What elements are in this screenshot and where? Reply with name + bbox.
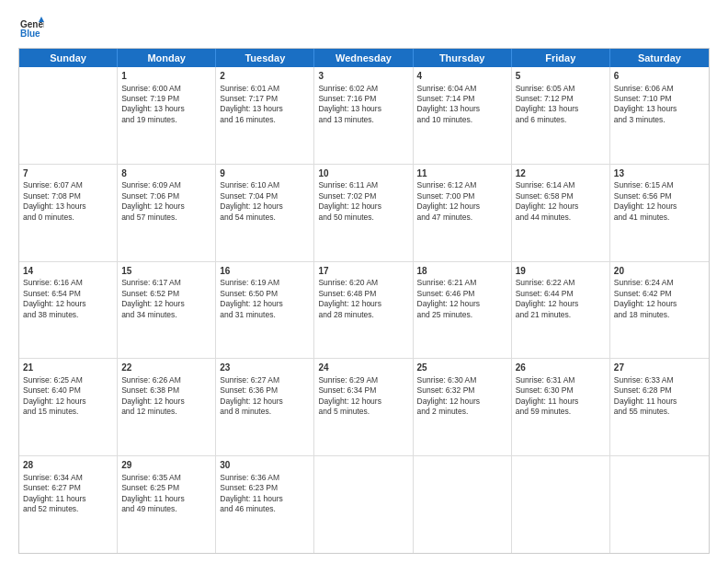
day-info-line: Sunrise: 6:11 AM [318,180,408,190]
day-info-line: Sunrise: 6:19 AM [220,278,310,288]
day-info-line: Sunrise: 6:01 AM [220,84,310,94]
calendar-day-1: 1Sunrise: 6:00 AMSunset: 7:19 PMDaylight… [118,67,216,164]
day-info-line: and 10 minutes. [417,115,507,125]
day-info-line: Sunset: 6:56 PM [614,191,705,201]
day-info-line: and 41 minutes. [614,213,705,223]
calendar-day-13: 13Sunrise: 6:15 AMSunset: 6:56 PMDayligh… [610,165,709,261]
day-number: 21 [23,362,113,374]
calendar-day-9: 9Sunrise: 6:10 AMSunset: 7:04 PMDaylight… [216,165,314,261]
day-info-line: Sunset: 7:12 PM [516,94,606,104]
day-number: 10 [318,167,408,180]
day-info-line: and 28 minutes. [318,310,408,320]
calendar-day-empty [314,456,413,553]
day-info-line: Sunset: 6:36 PM [220,385,310,396]
day-number: 26 [516,362,606,374]
day-info-line: Sunrise: 6:21 AM [417,278,507,288]
day-info-line: and 25 minutes. [417,310,507,320]
header-day-monday: Monday [118,49,216,67]
day-info-line: and 38 minutes. [23,310,113,320]
day-info-line: and 54 minutes. [220,213,310,223]
day-info-line: Daylight: 12 hours [417,299,507,309]
day-info-line: Sunset: 7:08 PM [23,191,113,201]
day-info-line: and 34 minutes. [121,310,211,320]
day-number: 13 [614,167,705,180]
day-number: 27 [614,362,705,374]
day-info-line: Sunset: 7:16 PM [318,94,408,104]
header-day-saturday: Saturday [610,49,709,67]
day-info-line: Sunrise: 6:02 AM [318,84,408,94]
logo: General Blue [18,15,48,40]
day-number: 5 [516,70,606,83]
day-info-line: and 18 minutes. [614,310,705,320]
day-info-line: Daylight: 12 hours [23,299,113,309]
day-info-line: and 21 minutes. [516,310,606,320]
calendar-week-3: 14Sunrise: 6:16 AMSunset: 6:54 PMDayligh… [19,262,709,360]
day-info-line: Sunrise: 6:10 AM [220,180,310,190]
day-number: 24 [318,362,408,374]
header-day-thursday: Thursday [414,49,512,67]
day-info-line: Sunset: 7:14 PM [417,94,507,104]
calendar-day-4: 4Sunrise: 6:04 AMSunset: 7:14 PMDaylight… [414,67,512,164]
calendar-day-16: 16Sunrise: 6:19 AMSunset: 6:50 PMDayligh… [216,262,314,359]
day-info-line: and 8 minutes. [220,407,310,417]
day-info-line: and 55 minutes. [614,407,705,417]
day-info-line: Sunrise: 6:07 AM [23,180,113,190]
calendar-day-15: 15Sunrise: 6:17 AMSunset: 6:52 PMDayligh… [118,262,216,359]
logo-icon: General Blue [18,15,44,40]
day-number: 14 [23,265,113,278]
day-number: 22 [121,362,211,374]
page-header: General Blue [18,15,710,40]
day-info-line: Sunset: 6:25 PM [121,483,211,493]
day-number: 25 [417,362,507,374]
day-info-line: and 5 minutes. [318,407,408,417]
day-number: 12 [516,167,606,180]
day-number: 20 [614,265,705,278]
day-info-line: Sunset: 7:02 PM [318,191,408,201]
calendar-day-3: 3Sunrise: 6:02 AMSunset: 7:16 PMDaylight… [314,67,413,164]
calendar-day-29: 29Sunrise: 6:35 AMSunset: 6:25 PMDayligh… [118,456,216,553]
day-info-line: Daylight: 11 hours [614,396,705,407]
calendar-day-6: 6Sunrise: 6:06 AMSunset: 7:10 PMDaylight… [610,67,709,164]
day-info-line: Daylight: 12 hours [516,201,606,212]
calendar-day-empty [19,67,118,164]
calendar-day-11: 11Sunrise: 6:12 AMSunset: 7:00 PMDayligh… [414,165,512,261]
day-info-line: and 13 minutes. [318,115,408,125]
day-number: 29 [121,459,211,472]
day-number: 8 [121,167,211,180]
calendar-day-24: 24Sunrise: 6:29 AMSunset: 6:34 PMDayligh… [314,359,413,455]
calendar-day-28: 28Sunrise: 6:34 AMSunset: 6:27 PMDayligh… [19,456,118,553]
calendar-week-4: 21Sunrise: 6:25 AMSunset: 6:40 PMDayligh… [19,359,709,456]
day-info-line: and 15 minutes. [23,407,113,417]
calendar-day-23: 23Sunrise: 6:27 AMSunset: 6:36 PMDayligh… [216,359,314,455]
day-info-line: Sunset: 6:23 PM [220,483,310,493]
day-info-line: Daylight: 12 hours [318,396,408,407]
day-info-line: and 12 minutes. [121,407,211,417]
calendar-day-2: 2Sunrise: 6:01 AMSunset: 7:17 PMDaylight… [216,67,314,164]
header-day-friday: Friday [512,49,610,67]
day-info-line: Sunrise: 6:15 AM [614,180,705,190]
day-info-line: Sunset: 6:46 PM [417,289,507,299]
calendar-week-1: 1Sunrise: 6:00 AMSunset: 7:19 PMDaylight… [19,67,709,165]
day-number: 17 [318,265,408,278]
day-info-line: Daylight: 12 hours [614,299,705,309]
day-info-line: Sunrise: 6:06 AM [614,84,705,94]
calendar-day-19: 19Sunrise: 6:22 AMSunset: 6:44 PMDayligh… [512,262,610,359]
day-number: 30 [220,459,310,472]
day-info-line: Sunrise: 6:35 AM [121,473,211,483]
day-number: 6 [614,70,705,83]
day-info-line: and 59 minutes. [516,407,606,417]
calendar-day-10: 10Sunrise: 6:11 AMSunset: 7:02 PMDayligh… [314,165,413,261]
calendar-day-empty [512,456,610,553]
calendar-day-21: 21Sunrise: 6:25 AMSunset: 6:40 PMDayligh… [19,359,118,455]
day-info-line: Sunrise: 6:20 AM [318,278,408,288]
day-info-line: and 52 minutes. [23,504,113,514]
day-info-line: Daylight: 12 hours [417,201,507,212]
calendar-day-8: 8Sunrise: 6:09 AMSunset: 7:06 PMDaylight… [118,165,216,261]
day-info-line: Daylight: 13 hours [417,104,507,114]
day-info-line: Sunset: 6:58 PM [516,191,606,201]
calendar-day-empty [610,456,709,553]
day-info-line: Sunrise: 6:17 AM [121,278,211,288]
calendar-day-25: 25Sunrise: 6:30 AMSunset: 6:32 PMDayligh… [414,359,512,455]
day-info-line: Daylight: 12 hours [220,396,310,407]
header-day-sunday: Sunday [19,49,118,67]
